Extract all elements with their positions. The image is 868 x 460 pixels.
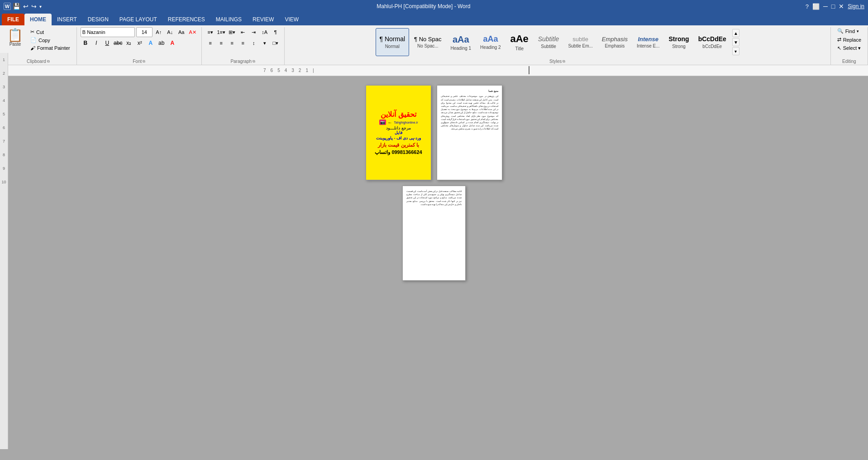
line-spacing-btn[interactable]: ↕ — [249, 38, 259, 48]
close-btn[interactable]: ✕ — [839, 3, 844, 10]
font-shrink-btn[interactable]: A↓ — [165, 27, 175, 37]
style-heading1[interactable]: aAa Heading 1 — [447, 28, 476, 56]
ad-url-row: Tahghighonline.ir ← 📷 — [379, 120, 418, 125]
align-center-btn[interactable]: ≡ — [216, 38, 226, 48]
show-marks-btn[interactable]: ¶ — [271, 27, 281, 37]
borders-btn[interactable]: □▾ — [271, 38, 281, 48]
page2-text: این پژوهش در مورد موضوعات مختلف علمی و ت… — [441, 95, 498, 130]
style-subtle-em[interactable]: subtle Subtle Em... — [564, 28, 596, 56]
word-app-icon: W — [4, 3, 11, 10]
font-group: A↑ A↓ Aa A✕ B I U abc x₂ x² A ab A Font … — [77, 27, 202, 65]
tab-review[interactable]: REVIEW — [247, 14, 279, 25]
bullets-btn[interactable]: ≡▾ — [205, 27, 215, 37]
tab-view[interactable]: VIEW — [279, 14, 304, 25]
underline-button[interactable]: U — [102, 38, 112, 48]
replace-button[interactable]: ⇄ Replace — [835, 36, 864, 43]
style-subtle-em-label: Subtle Em... — [568, 43, 592, 48]
font-expand-icon[interactable]: ⧉ — [143, 59, 145, 64]
italic-button[interactable]: I — [91, 38, 101, 48]
style-intense-em[interactable]: Intense Intense E... — [633, 28, 664, 56]
vertical-ruler: 1 2 3 4 5 6 7 8 9 10 — [0, 76, 8, 449]
find-label: Find — [845, 29, 855, 34]
paragraph-group: ≡▾ 1≡▾ ⊞▾ ⇤ ⇥ ↕A ¶ ≡ ≡ ≡ ≡ ↕ ▾ □▾ Paragr… — [202, 27, 285, 65]
decrease-indent-btn[interactable]: ⇤ — [238, 27, 248, 37]
copy-label: Copy — [38, 38, 50, 43]
tab-insert[interactable]: INSERT — [52, 14, 82, 25]
sort-btn[interactable]: ↕A — [260, 27, 270, 37]
cut-icon: ✂ — [30, 29, 34, 35]
align-left-btn[interactable]: ≡ — [205, 38, 215, 48]
text-effects-btn[interactable]: A — [146, 38, 156, 48]
sign-in-btn[interactable]: Sign in — [848, 3, 864, 10]
copy-icon: 📄 — [30, 37, 37, 43]
shading-btn[interactable]: ▾ — [260, 38, 270, 48]
style-strong-label: Strong — [672, 44, 685, 49]
styles-scroll-up[interactable]: ▲ — [732, 29, 739, 37]
select-button[interactable]: ↖ Select ▾ — [835, 44, 864, 52]
increase-indent-btn[interactable]: ⇥ — [249, 27, 259, 37]
subscript-button[interactable]: x₂ — [124, 38, 134, 48]
tab-file[interactable]: FILE — [2, 14, 24, 25]
ad-price: با کمترین قیمت بازار — [378, 142, 419, 148]
style-title[interactable]: aAe Title — [506, 28, 533, 56]
minimize-btn[interactable]: ─ — [823, 3, 828, 10]
tab-mailings[interactable]: MAILINGS — [210, 14, 247, 25]
superscript-button[interactable]: x² — [135, 38, 145, 48]
style-emphasis[interactable]: Emphasis Emphasis — [598, 28, 632, 56]
tab-page-layout[interactable]: PAGE LAYOUT — [114, 14, 162, 25]
cut-button[interactable]: ✂ Cut — [28, 28, 73, 36]
font-size-input[interactable] — [136, 27, 153, 37]
paragraph-expand-icon[interactable]: ⧉ — [253, 59, 255, 64]
undo-quick-btn[interactable]: ↩ — [23, 3, 29, 10]
copy-button[interactable]: 📄 Copy — [28, 36, 73, 44]
ad-phone: 09981366624 واتساپ — [375, 149, 422, 155]
style-strong[interactable]: Strong Strong — [665, 28, 693, 56]
style-normal[interactable]: ¶ Normal Normal — [376, 28, 410, 56]
font-label: Font ⧉ — [81, 58, 198, 65]
strikethrough-button[interactable]: abc — [113, 38, 123, 48]
style-heading2[interactable]: aAa Heading 2 — [476, 28, 505, 56]
styles-expand-icon[interactable]: ⧉ — [563, 59, 565, 64]
align-right-btn[interactable]: ≡ — [227, 38, 237, 48]
ruler: 7 6 5 4 3 2 1 | — [0, 65, 868, 76]
font-color-btn[interactable]: A — [167, 38, 177, 48]
para-align-row: ≡ ≡ ≡ ≡ ↕ ▾ □▾ — [205, 38, 281, 48]
styles-more[interactable]: ▾ — [732, 47, 739, 55]
tab-references[interactable]: REFERENCES — [162, 14, 210, 25]
paste-button[interactable]: 📋 Paste — [4, 27, 27, 48]
ad-ref: مرجع دانلـــود — [386, 126, 411, 130]
justify-btn[interactable]: ≡ — [238, 38, 248, 48]
page-2: منبع شما این پژوهش در مورد موضوعات مختلف… — [437, 85, 502, 180]
clipboard-expand-icon[interactable]: ⧉ — [47, 59, 50, 64]
save-quick-btn[interactable]: 💾 — [13, 3, 20, 10]
paste-label: Paste — [10, 42, 21, 47]
tab-design[interactable]: DESIGN — [82, 14, 114, 25]
font-name-input[interactable] — [81, 27, 135, 37]
maximize-btn[interactable]: □ — [831, 3, 835, 10]
paste-icon: 📋 — [7, 29, 23, 42]
bold-button[interactable]: B — [81, 38, 91, 48]
clipboard-small-buttons: ✂ Cut 📄 Copy 🖌 Format Painter — [28, 28, 73, 52]
redo-quick-btn[interactable]: ↪ — [31, 3, 37, 10]
numbering-btn[interactable]: 1≡▾ — [216, 27, 226, 37]
styles-content: ¶ Normal Normal ¶ No Spac No Spac... aAa… — [376, 27, 739, 57]
style-heading2-label: Heading 2 — [480, 45, 501, 50]
change-case-btn[interactable]: Aa — [176, 27, 186, 37]
font-grow-btn[interactable]: A↑ — [154, 27, 164, 37]
style-bccdee[interactable]: bCcDdEe bCcDdEe — [694, 28, 730, 56]
format-painter-button[interactable]: 🖌 Format Painter — [28, 44, 73, 52]
ribbon-display-btn[interactable]: ⬜ — [812, 3, 820, 10]
styles-scroll-down[interactable]: ▼ — [732, 38, 739, 46]
clear-format-btn[interactable]: A✕ — [188, 27, 198, 37]
format-painter-label: Format Painter — [37, 45, 70, 51]
multilevel-btn[interactable]: ⊞▾ — [227, 27, 237, 37]
style-subtitle[interactable]: Subtitle Subtitle — [534, 28, 563, 56]
style-intense-em-preview: Intense — [638, 36, 658, 43]
highlight-btn[interactable]: ab — [157, 38, 167, 48]
tab-home[interactable]: HOME — [24, 14, 52, 25]
find-button[interactable]: 🔍 Find ▾ — [835, 27, 862, 35]
indent-marker[interactable] — [529, 66, 533, 74]
help-btn[interactable]: ? — [806, 3, 809, 10]
ad-arrow-icon: ← — [388, 120, 392, 125]
style-no-space[interactable]: ¶ No Spac No Spac... — [410, 28, 445, 56]
